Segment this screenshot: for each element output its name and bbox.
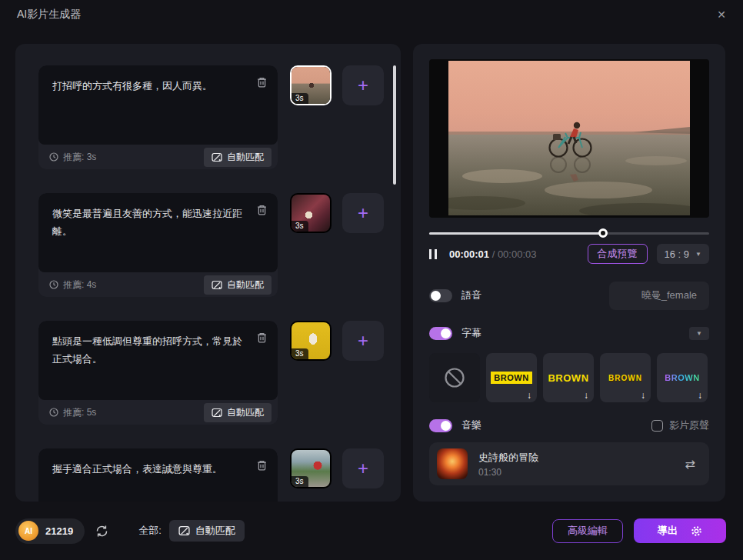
- plus-icon: +: [358, 202, 368, 224]
- delete-icon[interactable]: [256, 76, 268, 88]
- script-card: 微笑是最普遍且友善的方式，能迅速拉近距離。 推薦: 4s 自動匹配: [38, 193, 278, 297]
- playback-slider[interactable]: [429, 228, 709, 238]
- window-title: AI影片生成器: [17, 8, 81, 22]
- music-title: 史詩般的冒險: [478, 451, 538, 465]
- clip-duration-badge: 3s: [292, 221, 308, 232]
- subtitle-toggle[interactable]: [429, 327, 452, 340]
- script-text-box[interactable]: 打招呼的方式有很多種，因人而異。: [38, 65, 278, 145]
- script-text[interactable]: 打招呼的方式有很多種，因人而異。: [52, 78, 247, 95]
- delete-icon[interactable]: [256, 459, 268, 472]
- close-icon[interactable]: ✕: [717, 8, 726, 21]
- script-text[interactable]: 點頭是一種低調但尊重的招呼方式，常見於正式場合。: [52, 333, 247, 368]
- voice-avatar: [615, 286, 634, 305]
- music-row: 音樂 影片原聲: [429, 418, 709, 433]
- add-clip-button[interactable]: +: [342, 65, 384, 105]
- recommend-duration: 推薦: 5s: [49, 406, 96, 419]
- aspect-ratio-select[interactable]: 16 : 9 ▼: [657, 244, 709, 264]
- credits-pill[interactable]: AI 21219: [15, 518, 85, 544]
- delete-icon[interactable]: [256, 204, 268, 216]
- script-text-box[interactable]: 點頭是一種低調但尊重的招呼方式，常見於正式場合。: [38, 321, 278, 400]
- bottom-bar: AI 21219 全部: 自動匹配 高級編輯 導出: [0, 502, 743, 560]
- auto-match-icon: [212, 152, 222, 162]
- voice-selector[interactable]: 曉曼_female: [609, 282, 709, 310]
- swap-track-icon[interactable]: ⇄: [685, 457, 695, 472]
- script-segment-row: 打招呼的方式有很多種，因人而異。 推薦: 3s 自動匹配 3s +: [38, 65, 401, 169]
- video-frame-image: [448, 61, 690, 215]
- plus-icon: +: [358, 75, 368, 96]
- music-cover: [437, 448, 468, 479]
- auto-match-icon: [212, 408, 222, 418]
- pause-icon[interactable]: [429, 249, 437, 259]
- subtitle-style-option[interactable]: BROWN ↓: [657, 353, 708, 402]
- script-card: 握手適合正式場合，表達誠意與尊重。: [38, 448, 278, 502]
- download-icon: ↓: [527, 390, 531, 401]
- gear-icon: [691, 525, 702, 537]
- script-segment-row: 微笑是最普遍且友善的方式，能迅速拉近距離。 推薦: 4s 自動匹配 3s +: [38, 193, 401, 297]
- advanced-edit-button[interactable]: 高級編輯: [552, 519, 623, 543]
- clip-thumbnail[interactable]: 3s: [290, 193, 332, 233]
- slider-progress: [429, 232, 603, 235]
- total-time: 00:00:03: [498, 248, 537, 260]
- slider-handle[interactable]: [598, 228, 608, 238]
- script-text[interactable]: 微笑是最普遍且友善的方式，能迅速拉近距離。: [52, 205, 247, 241]
- add-clip-button[interactable]: +: [342, 448, 384, 488]
- voice-label: 語音: [461, 288, 481, 302]
- clock-icon: [49, 408, 58, 417]
- recommend-label: 推薦: 4s: [63, 278, 96, 292]
- chevron-down-icon: ▼: [696, 330, 702, 337]
- auto-match-button[interactable]: 自動匹配: [204, 403, 272, 422]
- subtitle-style-option[interactable]: BROWN ↓: [543, 353, 594, 402]
- auto-match-all-label: 自動匹配: [195, 524, 235, 538]
- clock-icon: [49, 280, 58, 289]
- auto-match-button[interactable]: 自動匹配: [204, 148, 272, 167]
- script-card-footer: 推薦: 4s 自動匹配: [38, 272, 278, 297]
- scrollbar-thumb[interactable]: [393, 65, 396, 185]
- music-duration: 01:30: [478, 467, 538, 478]
- music-toggle[interactable]: [429, 419, 452, 432]
- delete-icon[interactable]: [256, 332, 268, 344]
- add-clip-button[interactable]: +: [342, 193, 384, 233]
- subtitle-style-option[interactable]: BROWN ↓: [486, 353, 537, 402]
- subtitle-collapse-button[interactable]: ▼: [689, 327, 709, 340]
- original-sound-option[interactable]: 影片原聲: [651, 418, 709, 432]
- subtitle-style-preview: BROWN: [665, 373, 699, 382]
- synthesize-preview-button[interactable]: 合成預覽: [588, 244, 648, 264]
- time-display: 00:00:01 / 00:00:03: [449, 248, 537, 260]
- music-label: 音樂: [461, 418, 481, 432]
- download-icon: ↓: [641, 390, 645, 401]
- script-segment-row: 點頭是一種低調但尊重的招呼方式，常見於正式場合。 推薦: 5s 自動匹配 3s: [38, 321, 401, 425]
- auto-match-label: 自動匹配: [227, 406, 264, 419]
- auto-match-button[interactable]: 自動匹配: [204, 275, 272, 295]
- recommend-label: 推薦: 5s: [63, 406, 96, 419]
- script-segment-row: 握手適合正式場合，表達誠意與尊重。 3s +: [38, 448, 401, 502]
- subtitle-style-preview: BROWN: [608, 374, 642, 382]
- original-sound-checkbox[interactable]: [651, 420, 663, 432]
- subtitle-style-none[interactable]: [429, 353, 480, 402]
- music-track-card[interactable]: 史詩般的冒險 01:30 ⇄: [429, 442, 709, 485]
- export-button[interactable]: 導出: [634, 518, 726, 543]
- clip-thumbnail[interactable]: 3s: [290, 448, 332, 488]
- chevron-down-icon: ▼: [695, 251, 701, 258]
- auto-match-label: 自動匹配: [227, 278, 264, 292]
- subtitle-style-option[interactable]: BROWN ↓: [600, 353, 651, 402]
- auto-match-all-button[interactable]: 自動匹配: [169, 520, 245, 542]
- subtitle-row: 字幕 ▼: [429, 325, 709, 341]
- current-time: 00:00:01: [449, 248, 489, 260]
- video-preview[interactable]: [429, 59, 709, 218]
- auto-match-icon: [178, 525, 190, 536]
- titlebar: AI影片生成器 ✕: [0, 0, 743, 29]
- script-card-footer: 推薦: 5s 自動匹配: [38, 400, 278, 425]
- refresh-icon[interactable]: [95, 524, 109, 538]
- script-text-box[interactable]: 微笑是最普遍且友善的方式，能迅速拉近距離。: [38, 193, 278, 272]
- original-sound-label: 影片原聲: [669, 418, 709, 432]
- clip-thumbnail[interactable]: 3s: [290, 65, 332, 105]
- script-text[interactable]: 握手適合正式場合，表達誠意與尊重。: [52, 461, 247, 478]
- credits-count: 21219: [45, 525, 73, 537]
- add-clip-button[interactable]: +: [342, 321, 384, 361]
- voice-toggle[interactable]: [429, 289, 452, 302]
- script-text-box[interactable]: 握手適合正式場合，表達誠意與尊重。: [38, 448, 278, 502]
- subtitle-label: 字幕: [461, 326, 481, 340]
- voice-name: 曉曼_female: [641, 288, 697, 302]
- plus-icon: +: [358, 330, 368, 352]
- clip-thumbnail[interactable]: 3s: [290, 321, 332, 361]
